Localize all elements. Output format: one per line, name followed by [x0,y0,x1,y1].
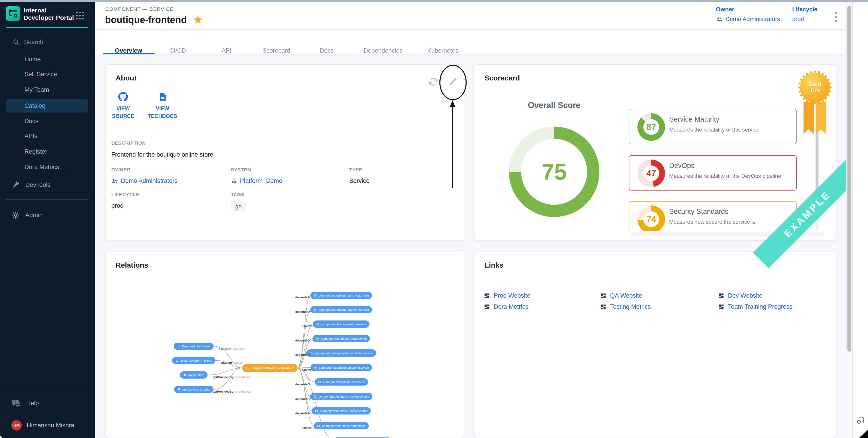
sidebar-item-catalog[interactable]: Catalog [6,99,88,112]
link-label: Prod Website [494,292,530,299]
sidebar-item-register[interactable]: Register [6,145,88,159]
entity-tabs: OverviewCI/CDAPIScorecardDocsDependencie… [95,30,845,55]
dashboard-icon [718,304,724,310]
page-scrollbar-thumb[interactable] [847,6,851,352]
graph-node-api-starwars-graphql[interactable]: api:starwars-graphql [174,386,213,393]
links-title: Links [485,261,503,269]
dashboard-icon [600,293,607,299]
tags-field-label: TAGS [231,192,246,197]
tab-dependencies[interactable]: Dependencies [364,47,403,54]
node-label: component:boutique-frontend [251,366,294,370]
edge-label: ownerOf / ownedBy [219,347,245,351]
more-options-kebab[interactable] [831,10,840,24]
sidebar-item-devtools[interactable]: DevTools [12,179,51,190]
edge-label: dependsOn / dependencyOf [295,339,333,342]
sidebar-item-dora-metrics[interactable]: Dora Metrics [6,160,88,174]
sidebar-search[interactable]: Search [13,37,81,47]
favorite-star-icon[interactable] [193,15,203,25]
scorecard-metric-list: 87Service MaturityMeasures the reliabili… [629,109,813,231]
chat-bubbles-icon[interactable] [856,415,866,425]
right-gutter [852,2,868,438]
graph-node-system-platform-demo[interactable]: system:Platform_Demo [172,357,215,364]
scorecard-title: Scorecard [485,74,520,82]
node-label: api:starwars-graphql [182,388,210,391]
dashboard-icon [718,293,724,299]
graph-node-center[interactable]: component:boutique-frontend [242,364,298,372]
owner-field-value: Demo Administrators [121,177,178,184]
view-source-link[interactable]: VIEWSOURCE [108,92,138,120]
edge-label: dependsOn / dependencyOf [295,310,333,313]
sidebar-item-label: Admin [25,212,43,219]
metric-card-security-standards[interactable]: 74Security StandardsMeasures how secure … [629,201,797,231]
page-scrollbar[interactable] [846,2,852,438]
system-field-link[interactable]: Platform_Demo [231,177,282,184]
links-card: Links Prod WebsiteQA WebsiteDev WebsiteD… [474,251,836,438]
tab-docs[interactable]: Docs [320,47,334,54]
portal-logo-icon[interactable] [6,6,20,21]
scorecard-card: Scorecard GoldTier Overall Score 75 87Se… [474,64,836,241]
tab-api[interactable]: API [221,47,231,54]
user-menu[interactable]: HM Himanshu Mishra [11,419,74,431]
metric-card-service-maturity[interactable]: 87Service MaturityMeasures the reliabili… [629,109,797,144]
type-field-value: Service [349,177,370,184]
sidebar-item-help[interactable]: ? Help [11,397,39,409]
gold-tier-badge: GoldTier [798,71,832,104]
edge-label: apiProvidedBy / providesApi [213,390,251,393]
link-dev-website[interactable]: Dev Website [718,292,763,299]
tab-ci-cd[interactable]: CI/CD [169,47,186,54]
edge-label: hasPart / partOf [221,361,243,364]
sidebar-item-my-team[interactable]: My Team [6,83,88,97]
sidebar-item-apis[interactable]: APIs [6,129,88,143]
link-qa-website[interactable]: QA Website [600,292,642,299]
metric-donut: 87 [638,113,665,141]
tab-kubernetes[interactable]: Kubernetes [427,47,459,54]
link-label: Dora Metrics [494,303,528,310]
techdocs-icon [158,92,167,101]
sidebar-item-self-service[interactable]: Self Service [6,67,88,81]
user-name: Himanshu Mishra [27,422,74,429]
link-dora-metrics[interactable]: Dora Metrics [484,303,528,310]
graph-node-api-petstore[interactable]: api:petstore [180,371,208,378]
overall-score-label: Overall Score [528,101,580,110]
lifecycle-block: Lifecycle prod [792,6,817,23]
metric-card-devops[interactable]: 47DevOpsMeasures the reliability of the … [629,155,797,191]
metric-name: DevOps [669,162,694,170]
lifecycle-label: Lifecycle [792,6,817,13]
tab-scorecard[interactable]: Scorecard [262,47,290,54]
refresh-icon[interactable] [428,77,438,87]
node-label: Demo Administrators [182,345,211,348]
node-icon [175,359,179,362]
dashboard-icon [484,304,490,310]
view-techdocs-link[interactable]: VIEWTECHDOCS [148,92,177,120]
sidebar-item-home[interactable]: Home [6,53,88,66]
link-team-training-progress[interactable]: Team Training Progress [718,303,793,310]
graph-node-partial[interactable] [334,437,391,438]
sidebar-item-admin[interactable]: Admin [11,210,43,221]
graph-node-demo-administrators[interactable]: Demo Administrators [174,343,214,350]
edge-label: hasPart / partOf [302,368,323,372]
relations-card: Relations component:boutique-frontendDem… [105,251,465,438]
metric-donut: 74 [638,205,665,231]
link-testing-metrics[interactable]: Testing Metrics [600,303,651,310]
node-label: component:boutique-shippingservice [319,366,369,369]
apps-grid-icon[interactable] [75,10,85,21]
edge-label: dependsOn / dependencyOf [295,383,333,386]
group-icon [111,178,118,184]
edit-pencil-icon[interactable] [447,77,458,87]
lifecycle-field-label: LIFECYCLE [111,192,140,197]
owner-field-link[interactable]: Demo Administrators [111,177,178,184]
overall-score-value: 75 [541,159,567,185]
owner-link[interactable]: Demo Administrators [716,15,780,23]
portal-title: Internal Developer Portal [24,6,78,22]
page-title: boutique-frontend [105,14,187,25]
app-window: Internal Developer Portal Search HomeSel… [0,0,868,438]
sidebar-item-docs[interactable]: Docs [6,114,88,128]
edge-label: hasPart / partOf [302,426,323,429]
edge-label: apiProvidedBy / providesApi [213,375,251,379]
about-card: About VIEWSOURCE [105,64,465,241]
link-prod-website[interactable]: Prod Website [484,292,530,299]
sidebar-item-label: Help [26,400,39,407]
description-value: Frontend for the boutique online store [111,151,213,158]
edge-label: dependsOn / dependencyOf [295,296,333,299]
node-icon [177,345,180,348]
